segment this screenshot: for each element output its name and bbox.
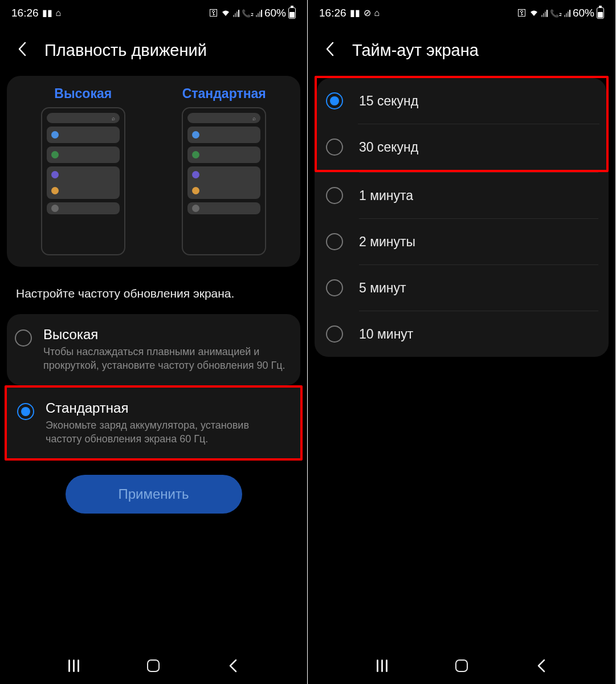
timeout-option-1m[interactable]: 1 минута [315, 173, 609, 218]
battery-icon [597, 7, 604, 19]
preview-card: Высокая ⌕ Стандартная ⌕ [7, 76, 300, 267]
wifi-icon [221, 9, 231, 18]
timeout-label: 1 минута [359, 188, 413, 203]
page-header: Плавность движений [0, 24, 307, 76]
battery-percent: 60% [264, 7, 286, 19]
wifi-icon [529, 9, 539, 18]
option-standard-title: Стандартная [46, 400, 287, 416]
nav-home-icon[interactable] [454, 658, 470, 674]
radio-unselected-icon [326, 139, 343, 156]
signal-1-icon [233, 9, 239, 17]
option-high-desc: Чтобы наслаждаться плавными анимацией и … [43, 345, 289, 373]
preview-high[interactable]: Высокая ⌕ [15, 86, 151, 255]
timeout-options-remaining: 1 минута 2 минуты 5 минут 10 минут [315, 172, 609, 357]
status-time: 16:26 [11, 7, 39, 19]
nav-recent-icon[interactable] [374, 658, 390, 674]
timeout-option-15s[interactable]: 15 секунд [317, 78, 606, 124]
nav-back-icon[interactable] [225, 658, 241, 674]
option-standard-desc: Экономьте заряд аккумулятора, установив … [46, 418, 287, 446]
phone-screenshot-screen-timeout: 16:26 ▮▮ ⊘ ⌂ ⚿ 📞₂ 60% Тайм-аут экрана 15 [308, 0, 615, 684]
back-icon[interactable] [17, 41, 33, 60]
page-title: Тайм-аут экрана [352, 41, 479, 60]
signal-2-icon [256, 9, 262, 17]
refresh-rate-options: Высокая Чтобы наслаждаться плавными аним… [7, 314, 300, 385]
status-bar: 16:26 ▮▮ ⊘ ⌂ ⚿ 📞₂ 60% [308, 0, 615, 24]
radio-unselected-icon [326, 187, 343, 204]
radio-unselected-icon [326, 233, 343, 250]
vpn-key-icon: ⚿ [209, 9, 218, 18]
globe-icon: ⊘ [364, 9, 371, 18]
nav-recent-icon[interactable] [66, 658, 82, 674]
apply-button[interactable]: Применить [66, 475, 242, 514]
option-high[interactable]: Высокая Чтобы наслаждаться плавными аним… [7, 314, 300, 385]
signal-2-icon [564, 9, 570, 17]
page-header: Тайм-аут экрана [308, 24, 615, 76]
timeout-label: 30 секунд [359, 140, 418, 155]
annotation-highlight: 15 секунд 30 секунд [315, 76, 609, 172]
timeout-option-30s[interactable]: 30 секунд [317, 124, 606, 170]
timeout-label: 5 минут [359, 280, 406, 296]
radio-unselected-icon [326, 279, 343, 296]
status-time: 16:26 [319, 7, 346, 19]
preview-standard-label: Стандартная [182, 86, 266, 101]
nfc-icon: ▮▮ [350, 9, 360, 18]
description-text: Настройте частоту обновления экрана. [0, 267, 307, 314]
nav-back-icon[interactable] [533, 658, 549, 674]
radio-selected-icon [17, 403, 34, 420]
timeout-option-2m[interactable]: 2 минуты [315, 219, 609, 264]
nfc-icon: ▮▮ [42, 9, 52, 18]
page-title: Плавность движений [44, 41, 207, 60]
navigation-bar [308, 658, 615, 674]
preview-mock-high: ⌕ [41, 107, 125, 255]
battery-icon [288, 7, 296, 19]
preview-high-label: Высокая [54, 86, 112, 101]
timeout-label: 15 секунд [359, 93, 418, 109]
radio-unselected-icon [326, 325, 343, 343]
call-icon: 📞₂ [550, 10, 562, 17]
status-bar: 16:26 ▮▮ ⌂ ⚿ 📞₂ 60% [0, 0, 307, 24]
preview-standard[interactable]: Стандартная ⌕ [156, 86, 292, 255]
timeout-option-10m[interactable]: 10 минут [315, 311, 609, 357]
navigation-bar [0, 658, 307, 674]
house-icon: ⌂ [56, 9, 62, 18]
option-high-title: Высокая [43, 327, 289, 343]
search-icon: ⌕ [252, 115, 256, 121]
battery-percent: 60% [573, 7, 594, 19]
option-standard[interactable]: Стандартная Экономьте заряд аккумулятора… [7, 388, 300, 459]
signal-1-icon [541, 9, 548, 17]
search-icon: ⌕ [112, 115, 115, 121]
annotation-highlight: Стандартная Экономьте заряд аккумулятора… [5, 385, 303, 461]
back-icon[interactable] [325, 41, 341, 60]
radio-unselected-icon [15, 329, 32, 347]
preview-mock-standard: ⌕ [182, 107, 266, 255]
timeout-option-5m[interactable]: 5 минут [315, 265, 609, 311]
timeout-label: 10 минут [359, 327, 413, 342]
vpn-key-icon: ⚿ [517, 9, 527, 18]
house-icon: ⌂ [374, 9, 380, 18]
nav-home-icon[interactable] [145, 658, 161, 674]
radio-selected-icon [326, 92, 343, 109]
call-icon: 📞₂ [242, 10, 254, 17]
timeout-label: 2 минуты [359, 234, 415, 250]
phone-screenshot-motion-smoothness: 16:26 ▮▮ ⌂ ⚿ 📞₂ 60% Плавность движений В… [0, 0, 308, 684]
